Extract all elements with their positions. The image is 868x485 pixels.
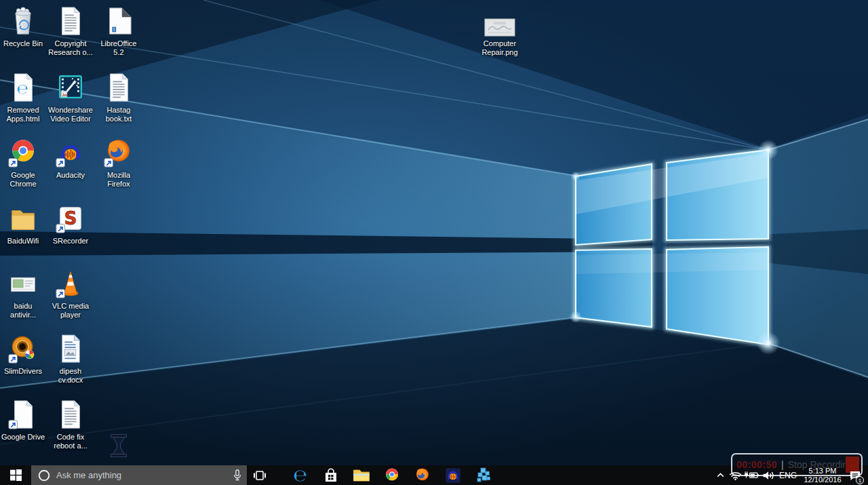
chrome-icon [383, 467, 401, 484]
taskbar-audacity[interactable] [437, 465, 468, 485]
taskbar-firefox[interactable] [407, 465, 437, 485]
desktop-icon-code-fix[interactable]: Code fix reboot a... [47, 397, 94, 450]
icon-label: Google Drive [1, 433, 45, 442]
desktop-icon-audacity[interactable]: Audacity [47, 136, 94, 180]
action-center-button[interactable]: 1 [846, 465, 865, 485]
desktop-icon-hastag-book[interactable]: Hastag book.txt [96, 71, 142, 123]
network-tray-button[interactable] [728, 465, 743, 485]
task-view-icon [252, 470, 267, 481]
blue-cubes-icon [475, 467, 492, 484]
icon-label: Removed Apps.html [7, 106, 40, 123]
taskbar-edge[interactable]: ℮ [285, 465, 315, 485]
battery-icon [743, 471, 760, 480]
wondershare-video-editor-icon [55, 71, 86, 103]
desktop-icon-baidu-antivirus[interactable]: baidu antivir... [0, 267, 46, 319]
desktop-icon-vlc[interactable]: VLC media player [47, 267, 94, 319]
language-indicator[interactable]: ENG [776, 465, 800, 485]
volume-tray-button[interactable] [760, 465, 776, 485]
desktop-icon-srecorder[interactable]: S SRecorder [47, 201, 94, 246]
icon-label: Copyright Research o... [48, 39, 92, 57]
icon-label: Recycle Bin [3, 39, 43, 48]
wallpaper-windows-hero [0, 0, 868, 465]
icon-label: Audacity [56, 171, 85, 180]
folder-icon [7, 201, 39, 234]
writer-document-icon [55, 332, 86, 364]
taskbar-windows-store[interactable] [315, 465, 346, 485]
taskbar-chrome[interactable] [376, 465, 407, 485]
desktop-icon-copyright-research[interactable]: Copyright Research o... [47, 4, 94, 57]
notification-badge: 1 [856, 476, 864, 484]
edge-icon: ℮ [293, 467, 307, 484]
icon-label: BaiduWifi [7, 237, 39, 246]
document-icon [55, 4, 86, 37]
taskbar-blue-cubes-app[interactable] [468, 465, 498, 485]
desktop-icon-wondershare-video-editor[interactable]: Wondershare Video Editor [47, 71, 94, 123]
text-file-icon [103, 71, 134, 103]
icon-label: VLC media player [52, 302, 89, 319]
firefox-icon [103, 136, 134, 168]
desktop-icon-removed-apps[interactable]: ℮ Removed Apps.html [0, 71, 46, 123]
recycle-bin-icon [7, 4, 39, 37]
desktop-icon-google-chrome[interactable]: Google Chrome [0, 136, 46, 189]
blank-page-icon [7, 397, 39, 430]
tray-time: 5:13 PM [804, 467, 841, 476]
windows-logo-icon [10, 469, 22, 481]
image-thumbnail-icon [7, 267, 39, 299]
icon-label: LibreOffice 5.2 [101, 39, 137, 57]
svg-text:℮: ℮ [16, 81, 28, 97]
desktop-icon-slimdrivers[interactable]: SlimDrivers [0, 332, 46, 376]
desktop-icon-computer-repair[interactable]: Computer Repair.png [477, 4, 523, 57]
start-button[interactable] [0, 465, 31, 485]
srecorder-icon: S [55, 201, 86, 234]
desktop-icon-libreoffice[interactable]: LibreOffice 5.2 [96, 4, 142, 57]
windows-store-icon [323, 467, 339, 484]
libreoffice-icon [103, 4, 134, 37]
desktop-icon-google-drive[interactable]: Google Drive [0, 397, 46, 442]
show-hidden-icons-chevron[interactable] [712, 465, 728, 485]
icon-label: Computer Repair.png [481, 39, 517, 57]
edge-html-file-icon: ℮ [7, 71, 39, 103]
icon-label: baidu antivir... [10, 302, 36, 319]
taskbar-app-icons: ℮ [285, 465, 498, 485]
audacity-icon [55, 136, 86, 168]
svg-text:S: S [64, 208, 77, 229]
icon-label: Code fix reboot a... [54, 433, 87, 450]
icon-label: Wondershare Video Editor [48, 106, 93, 123]
desktop-icon-dipesh-cv[interactable]: dipesh cv.docx [47, 332, 94, 385]
chevron-up-icon [717, 473, 724, 478]
icon-label: Hastag book.txt [106, 106, 132, 123]
wifi-icon [729, 471, 742, 480]
power-tray-button[interactable] [743, 465, 760, 485]
cortana-circle-icon [37, 469, 51, 482]
text-file-icon [55, 397, 86, 430]
firefox-icon [414, 467, 431, 484]
slimdrivers-icon [7, 332, 39, 364]
busy-hourglass-cursor [110, 434, 127, 457]
cortana-search-box[interactable] [31, 465, 247, 485]
windows-desktop: Recycle Bin Copyright Research o... Libr… [0, 0, 868, 485]
desktop-icon-baiduwifi[interactable]: BaiduWifi [0, 201, 46, 246]
search-input[interactable] [51, 470, 247, 480]
taskbar-file-explorer[interactable] [346, 465, 376, 485]
icon-label: Mozilla Firefox [107, 171, 130, 189]
system-tray: ENG 5:13 PM 12/10/2016 1 [712, 465, 868, 485]
speaker-icon [762, 471, 775, 480]
png-thumbnail-icon [484, 4, 515, 37]
tray-date: 12/10/2016 [804, 476, 841, 484]
icon-label: SlimDrivers [4, 367, 42, 376]
microphone-icon[interactable] [233, 469, 241, 481]
icon-label: SRecorder [53, 237, 89, 246]
audacity-icon [444, 467, 462, 484]
task-view-button[interactable] [247, 465, 273, 485]
file-explorer-icon [353, 468, 370, 483]
desktop-icon-recycle-bin[interactable]: Recycle Bin [0, 4, 46, 48]
desktop-icon-mozilla-firefox[interactable]: Mozilla Firefox [96, 136, 142, 189]
vlc-cone-icon [55, 267, 86, 299]
clock[interactable]: 5:13 PM 12/10/2016 [800, 465, 846, 485]
icon-label: Google Chrome [9, 171, 36, 189]
icon-label: dipesh cv.docx [58, 367, 83, 385]
chrome-icon [7, 136, 39, 168]
